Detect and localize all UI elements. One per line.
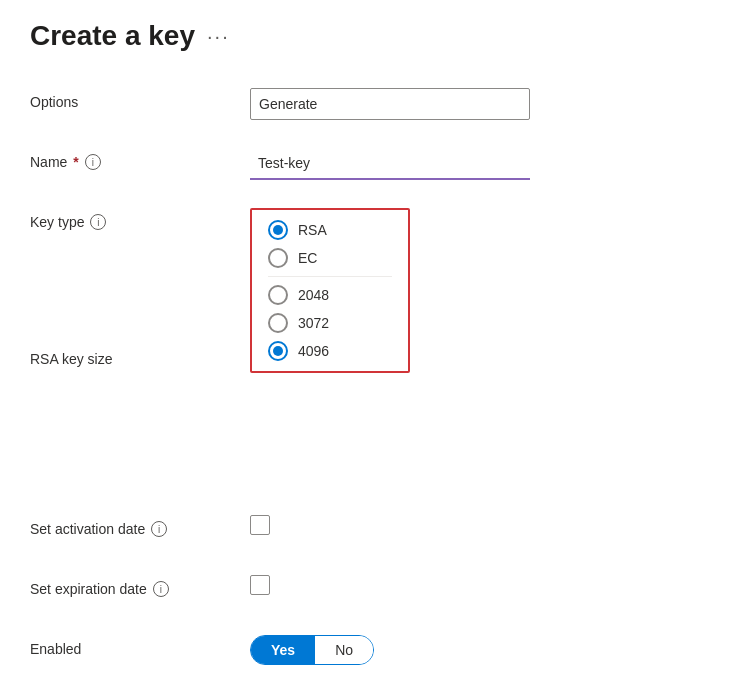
options-label: Options: [30, 88, 250, 110]
key-type-info-icon[interactable]: i: [90, 214, 106, 230]
expiration-date-info-icon[interactable]: i: [153, 581, 169, 597]
radio-rsa-label: RSA: [298, 222, 327, 238]
more-options-icon[interactable]: ···: [207, 25, 230, 48]
spacer: [30, 367, 704, 515]
key-type-label: Key type i: [30, 208, 250, 230]
radio-4096[interactable]: 4096: [268, 341, 392, 361]
radio-divider: [268, 276, 392, 277]
radio-ec[interactable]: EC: [268, 248, 392, 268]
radio-4096-label: 4096: [298, 343, 329, 359]
expiration-date-checkbox[interactable]: [250, 575, 270, 595]
enabled-yes-button[interactable]: Yes: [251, 636, 315, 664]
expiration-date-row: Set expiration date i: [30, 575, 704, 607]
radio-group-box: RSA EC 2048: [250, 208, 410, 373]
name-control: [250, 148, 704, 180]
radio-3072-label: 3072: [298, 315, 329, 331]
expiration-date-label: Set expiration date i: [30, 575, 250, 597]
radio-ec-label: EC: [298, 250, 317, 266]
key-type-section: RSA EC: [268, 220, 392, 268]
options-row: Options Generate Import Restore from bac…: [30, 88, 704, 120]
radio-rsa[interactable]: RSA: [268, 220, 392, 240]
radio-rsa-circle: [268, 220, 288, 240]
radio-2048-label: 2048: [298, 287, 329, 303]
activation-date-checkbox[interactable]: [250, 515, 270, 535]
enabled-toggle-group: Yes No: [250, 635, 374, 665]
activation-date-label: Set activation date i: [30, 515, 250, 537]
radio-3072[interactable]: 3072: [268, 313, 392, 333]
enabled-label: Enabled: [30, 635, 250, 657]
enabled-row: Enabled Yes No: [30, 635, 704, 667]
key-type-rsa-row: Key type i RSA EC: [30, 208, 704, 373]
page-title: Create a key: [30, 20, 195, 52]
enabled-control: Yes No: [250, 635, 704, 665]
expiration-date-control: [250, 575, 704, 595]
radio-2048[interactable]: 2048: [268, 285, 392, 305]
radio-ec-circle: [268, 248, 288, 268]
activation-date-control: [250, 515, 704, 535]
enabled-no-button[interactable]: No: [315, 636, 373, 664]
radio-3072-circle: [268, 313, 288, 333]
radio-4096-circle: [268, 341, 288, 361]
name-label: Name * i: [30, 148, 250, 170]
activation-date-row: Set activation date i: [30, 515, 704, 547]
options-control: Generate Import Restore from backup: [250, 88, 704, 120]
key-type-rsa-size-control: RSA EC 2048: [250, 208, 704, 373]
name-info-icon[interactable]: i: [85, 154, 101, 170]
activation-date-info-icon[interactable]: i: [151, 521, 167, 537]
name-input[interactable]: [250, 148, 530, 180]
rsa-key-size-section: 2048 3072 4096: [268, 285, 392, 361]
required-star: *: [73, 154, 78, 170]
radio-2048-circle: [268, 285, 288, 305]
name-row: Name * i: [30, 148, 704, 180]
options-select[interactable]: Generate Import Restore from backup: [250, 88, 530, 120]
page-header: Create a key ···: [30, 20, 704, 52]
